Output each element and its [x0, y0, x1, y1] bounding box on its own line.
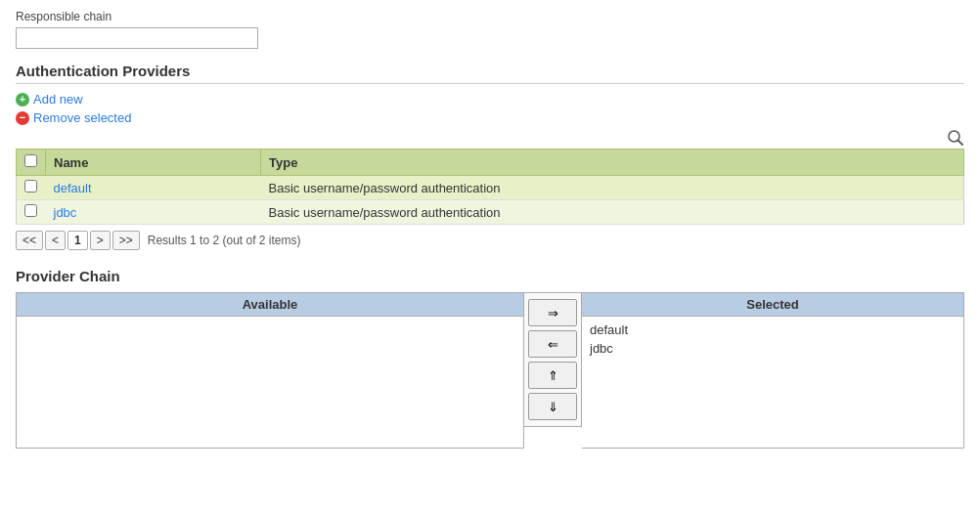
responsible-chain-section: Responsible chain — [16, 10, 964, 49]
move-right-icon: ⇒ — [548, 306, 558, 321]
responsible-chain-input[interactable] — [16, 27, 258, 49]
chain-selected-panel: Selected defaultjdbc — [582, 292, 964, 449]
chain-available-panel: Available — [16, 292, 524, 449]
search-icon — [947, 129, 964, 147]
row-name-cell: default — [46, 176, 261, 200]
row-name-cell: jdbc — [46, 200, 261, 225]
search-button[interactable] — [947, 129, 964, 147]
add-new-link[interactable]: Add new — [33, 92, 83, 107]
row-checkbox-cell — [17, 176, 46, 200]
pagination-last[interactable]: >> — [112, 231, 140, 250]
remove-selected-icon: − — [16, 111, 29, 125]
table-toolbar — [16, 129, 964, 147]
pagination-first[interactable]: << — [16, 231, 43, 250]
svg-line-1 — [958, 141, 963, 146]
remove-selected-link[interactable]: Remove selected — [33, 110, 131, 125]
row-name-link[interactable]: default — [54, 181, 92, 195]
move-left-icon: ⇐ — [548, 337, 558, 352]
responsible-chain-label: Responsible chain — [16, 10, 964, 23]
pagination-next[interactable]: > — [90, 231, 111, 250]
pagination: << < 1 > >> Results 1 to 2 (out of 2 ite… — [16, 231, 964, 250]
provider-chain-title: Provider Chain — [16, 268, 964, 284]
auth-providers-title: Authentication Providers — [16, 63, 964, 84]
add-new-row: + Add new — [16, 92, 964, 107]
chain-available-header: Available — [17, 293, 523, 317]
pagination-prev[interactable]: < — [45, 231, 66, 250]
remove-selected-row: − Remove selected — [16, 110, 964, 125]
row-checkbox-cell — [17, 200, 46, 225]
move-down-button[interactable]: ⇓ — [528, 393, 577, 420]
pagination-info: Results 1 to 2 (out of 2 items) — [148, 234, 301, 247]
table-row: jdbc Basic username/password authenticat… — [17, 200, 964, 225]
table-header-row: Name Type — [17, 150, 964, 176]
move-up-icon: ⇑ — [548, 368, 558, 383]
row-type-cell: Basic username/password authentication — [261, 176, 964, 200]
chain-selected-item: jdbc — [590, 339, 956, 358]
chain-buttons-panel: ⇒ ⇐ ⇑ ⇓ — [524, 292, 582, 427]
col-header-check — [17, 150, 46, 176]
pagination-current[interactable]: 1 — [67, 231, 88, 250]
table-row: default Basic username/password authenti… — [17, 176, 964, 200]
chain-selected-items: defaultjdbc — [582, 317, 963, 362]
add-new-icon: + — [16, 93, 29, 107]
row-type-cell: Basic username/password authentication — [261, 200, 964, 225]
providers-table: Name Type default Basic username/passwor… — [16, 149, 964, 225]
chain-selected-item: default — [590, 321, 956, 339]
provider-chain-section: Provider Chain Available ⇒ ⇐ ⇑ ⇓ Selecte… — [16, 268, 964, 449]
authentication-providers-section: Authentication Providers + Add new − Rem… — [16, 63, 964, 250]
col-header-type: Type — [261, 150, 964, 176]
row-name-link[interactable]: jdbc — [54, 205, 77, 220]
move-right-button[interactable]: ⇒ — [528, 299, 577, 326]
chain-layout: Available ⇒ ⇐ ⇑ ⇓ Selected defaultjdbc — [16, 292, 964, 449]
move-left-button[interactable]: ⇐ — [528, 330, 577, 358]
row-checkbox[interactable] — [24, 204, 37, 217]
select-all-checkbox[interactable] — [24, 154, 37, 167]
col-header-name: Name — [46, 150, 261, 176]
move-up-button[interactable]: ⇑ — [528, 362, 577, 389]
move-down-icon: ⇓ — [548, 400, 558, 414]
row-checkbox[interactable] — [24, 180, 37, 193]
chain-selected-header: Selected — [582, 293, 963, 317]
